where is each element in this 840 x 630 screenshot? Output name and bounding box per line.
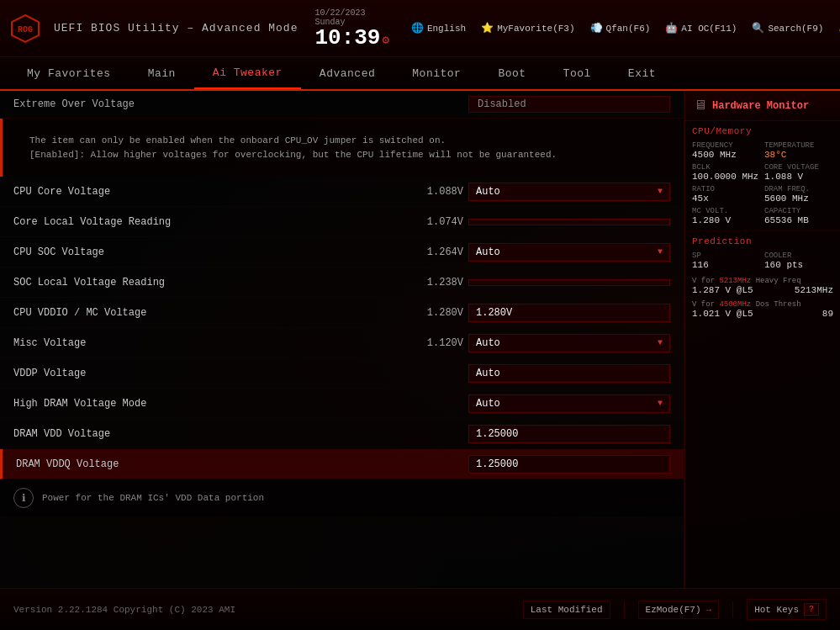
clock-time: 10:39 [314,27,380,49]
voltage-rows-container: CPU Core Voltage 1.088V Auto ▼ Core Loca… [0,177,684,479]
clock-gear-icon: ⚙ [382,33,388,47]
dram-vddq-voltage-label: DRAM VDDQ Voltage [16,458,413,470]
cpu-core-voltage-controls: 1.088V Auto ▼ [413,183,670,201]
cpu-soc-voltage-reading: 1.264V [413,246,463,258]
core-local-voltage-label: Core Local Voltage Reading [13,216,413,228]
hw-cpumemory-section: CPU/Memory Frequency 4500 MHz Temperatur… [685,121,840,231]
pred-4500-v: 1.021 V @L5 [692,309,753,319]
hw-cooler-label: Cooler [764,251,833,260]
last-modified-button[interactable]: Last Modified [523,601,610,619]
cpu-soc-voltage-controls: 1.264V Auto ▼ [413,243,670,262]
hw-cooler-value: 160 pts [764,260,833,270]
hw-bclk-label: BCLK [692,163,761,172]
soc-local-voltage-reading: 1.238V [413,277,463,289]
qfan-label: Qfan(F6) [606,24,651,34]
dram-vdd-voltage-label: DRAM VDD Voltage [13,428,413,440]
cpu-soc-voltage-select[interactable]: Auto ▼ [468,243,670,262]
pred-5213-v: 1.287 V @L5 [692,285,753,295]
hw-frequency-value: 4500 MHz [692,150,761,160]
pred-5213-row: V for 5213MHz Heavy Freq 1.287 V @L5 521… [692,277,833,295]
bottom-info-row: ℹ Power for the DRAM ICs' VDD Data porti… [0,479,684,516]
pred-5213-freq-label: 5213MHz [719,277,751,285]
svg-text:ROG: ROG [18,25,33,34]
clock-section: 10/22/2023 Sunday 10:39 ⚙ [314,8,388,49]
nav-monitor[interactable]: Monitor [394,57,479,89]
core-local-voltage-reading: 1.074V [413,216,463,228]
cpu-vddio-controls: 1.280V 1.280V [413,304,670,322]
search-label: Search(F9) [768,24,823,34]
top-nav-search[interactable]: 🔍 Search(F9) [745,19,830,38]
misc-voltage-controls: 1.120V Auto ▼ [413,334,670,352]
divider [624,601,625,618]
ezmode-arrow-icon: → [706,605,712,615]
hw-capacity-label: Capacity [764,207,833,215]
english-icon: 🌐 [411,22,424,34]
pred-5213-label: V for 5213MHz Heavy Freq [692,277,833,285]
core-local-voltage-value [468,219,670,225]
top-nav-aura[interactable]: ✨ AURA(F4) [832,19,840,38]
hw-monitor-header: 🖥 Hardware Monitor [685,91,840,121]
hw-cpumemory-title: CPU/Memory [692,126,833,136]
hw-corevoltage-value: 1.088 V [764,172,833,182]
core-local-voltage-controls: 1.074V [413,216,670,228]
qfan-icon: 💨 [590,22,603,34]
misc-voltage-select[interactable]: Auto ▼ [468,334,670,352]
pred-5213-mhz: 5213MHz [795,285,833,295]
hw-temperature-item: Temperature 38°C [764,141,833,160]
soc-local-voltage-value [468,279,670,286]
right-panel: 🖥 Hardware Monitor CPU/Memory Frequency … [684,91,840,588]
pred-4500-freq-label: 4500MHz [719,300,751,309]
nav-boot[interactable]: Boot [479,57,544,89]
nav-exit[interactable]: Exit [610,57,674,89]
extreme-overvoltage-row: Extreme Over Voltage Disabled [0,91,684,119]
hw-dramfreq-value: 5600 MHz [764,193,833,204]
aioc-label: AI OC(F11) [681,24,737,34]
info-box: The item can only be enabled when the on… [0,119,684,177]
vddp-voltage-label: VDDP Voltage [13,368,413,379]
top-nav-aioc[interactable]: 🤖 AI OC(F11) [658,19,743,38]
ezmode-label: EzMode(F7) [646,605,701,615]
hotkeys-button[interactable]: Hot Keys ? [747,599,827,620]
pred-4500-row: V for 4500MHz Dos Thresh 1.021 V @L5 89 [692,300,833,319]
hotkeys-label: Hot Keys [754,605,799,615]
hw-frequency-label: Frequency [692,141,761,150]
nav-main[interactable]: Main [129,57,194,89]
top-nav-myfavorite[interactable]: ⭐ MyFavorite(F3) [474,19,581,38]
extreme-overvoltage-value[interactable]: Disabled [468,96,670,113]
high-dram-voltage-select[interactable]: Auto ▼ [468,394,670,413]
voltage-row-selected: DRAM VDDQ Voltage 1.25000 [0,449,684,479]
myfavorite-label: MyFavorite(F3) [497,24,574,34]
hw-dramfreq-item: DRAM Freq. 5600 MHz [764,185,833,204]
bottom-actions: Last Modified EzMode(F7) → Hot Keys ? [523,599,827,620]
high-dram-voltage-controls: Auto ▼ [413,394,670,413]
prediction-section: Prediction SP 116 Cooler 160 pts V for 5… [685,231,840,329]
top-bar: ROG UEFI BIOS Utility – Advanced Mode 10… [0,0,840,57]
dram-vdd-voltage-value[interactable]: 1.25000 [468,425,670,443]
hw-mcvolt-label: MC Volt. [692,207,761,215]
main-panel: Extreme Over Voltage Disabled The item c… [0,91,684,588]
dram-vddq-voltage-controls: 1.25000 [413,455,670,474]
dram-vddq-voltage-value[interactable]: 1.25000 [468,455,670,474]
ezmode-button[interactable]: EzMode(F7) → [638,601,720,619]
voltage-row: High DRAM Voltage Mode Auto ▼ [0,389,684,419]
cpu-core-voltage-select[interactable]: Auto ▼ [468,183,670,201]
nav-tool[interactable]: Tool [545,57,610,89]
nav-aitweaker[interactable]: Ai Tweaker [194,57,301,89]
top-nav-english[interactable]: 🌐 English [404,19,473,38]
date-text: 10/22/2023 [314,8,365,18]
clock-date: 10/22/2023 Sunday [314,8,388,27]
soc-local-voltage-label: SOC Local Voltage Reading [13,277,413,289]
cpu-vddio-reading: 1.280V [413,307,463,319]
info-icon: ℹ [13,488,34,508]
top-nav-items: 🌐 English ⭐ MyFavorite(F3) 💨 Qfan(F6) 🤖 … [404,19,840,38]
nav-favorites[interactable]: My Favorites [8,57,129,89]
english-label: English [427,24,466,34]
nav-advanced[interactable]: Advanced [301,57,394,89]
hw-ratio-label: Ratio [692,185,761,193]
vddp-voltage-value[interactable]: Auto [468,364,670,383]
hw-monitor-icon: 🖥 [694,98,707,114]
cpu-core-voltage-label: CPU Core Voltage [13,186,413,198]
hw-corevoltage-label: Core Voltage [764,163,833,172]
cpu-vddio-value[interactable]: 1.280V [468,304,670,322]
top-nav-qfan[interactable]: 💨 Qfan(F6) [584,19,658,38]
